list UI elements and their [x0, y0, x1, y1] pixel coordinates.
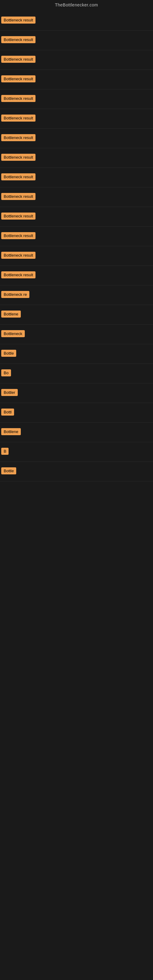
- result-row: Bottleneck result: [0, 30, 153, 50]
- bottleneck-badge[interactable]: Bo: [1, 369, 11, 376]
- bottleneck-badge[interactable]: B: [1, 448, 9, 455]
- result-row: Bottleneck result: [0, 70, 153, 89]
- bottleneck-badge[interactable]: Bottle: [1, 350, 16, 357]
- result-row: B: [0, 442, 153, 462]
- bottleneck-badge[interactable]: Bottleneck re: [1, 291, 29, 298]
- bottleneck-badge[interactable]: Bottleneck: [1, 330, 25, 337]
- bottleneck-badge[interactable]: Bottle: [1, 467, 16, 474]
- bottleneck-badge[interactable]: Bottleneck result: [1, 154, 35, 161]
- result-row: Bottleneck result: [0, 109, 153, 129]
- result-row: Bottlene: [0, 305, 153, 325]
- result-row: Bottle: [0, 462, 153, 481]
- bottleneck-badge[interactable]: Bottleneck result: [1, 213, 35, 220]
- bottleneck-badge[interactable]: Bottleneck result: [1, 252, 35, 259]
- bottleneck-badge[interactable]: Bottleneck result: [1, 36, 35, 43]
- bottleneck-badge[interactable]: Bottleneck result: [1, 134, 35, 141]
- site-title: TheBottlenecker.com: [0, 0, 153, 11]
- result-row: Bottl: [0, 403, 153, 423]
- result-row: Bottleneck result: [0, 148, 153, 168]
- result-row: Bottleneck result: [0, 89, 153, 109]
- bottleneck-badge[interactable]: Bottler: [1, 389, 18, 396]
- bottleneck-badge[interactable]: Bottleneck result: [1, 115, 35, 122]
- result-row: Bo: [0, 364, 153, 383]
- result-row: Bottleneck result: [0, 11, 153, 30]
- result-row: Bottle: [0, 344, 153, 364]
- bottleneck-badge[interactable]: Bottlene: [1, 428, 21, 435]
- result-row: Bottleneck result: [0, 129, 153, 148]
- result-row: Bottleneck re: [0, 285, 153, 305]
- result-row: Bottleneck: [0, 325, 153, 344]
- result-row: Bottleneck result: [0, 168, 153, 188]
- result-row: Bottleneck result: [0, 188, 153, 207]
- bottleneck-badge[interactable]: Bottleneck result: [1, 173, 35, 180]
- result-row: Bottleneck result: [0, 50, 153, 70]
- result-row: Bottleneck result: [0, 266, 153, 285]
- result-row: Bottleneck result: [0, 207, 153, 227]
- result-row: Bottler: [0, 383, 153, 403]
- bottleneck-badge[interactable]: Bottleneck result: [1, 95, 35, 102]
- bottleneck-badge[interactable]: Bottleneck result: [1, 271, 35, 278]
- bottleneck-badge[interactable]: Bottleneck result: [1, 56, 35, 63]
- bottleneck-badge[interactable]: Bottleneck result: [1, 16, 35, 24]
- bottleneck-badge[interactable]: Bottlene: [1, 310, 21, 318]
- result-row: Bottleneck result: [0, 227, 153, 246]
- bottleneck-badge[interactable]: Bottleneck result: [1, 75, 35, 83]
- bottleneck-badge[interactable]: Bottl: [1, 409, 14, 415]
- result-row: Bottlene: [0, 423, 153, 442]
- bottleneck-badge[interactable]: Bottleneck result: [1, 193, 35, 200]
- bottleneck-badge[interactable]: Bottleneck result: [1, 232, 35, 239]
- result-row: Bottleneck result: [0, 246, 153, 266]
